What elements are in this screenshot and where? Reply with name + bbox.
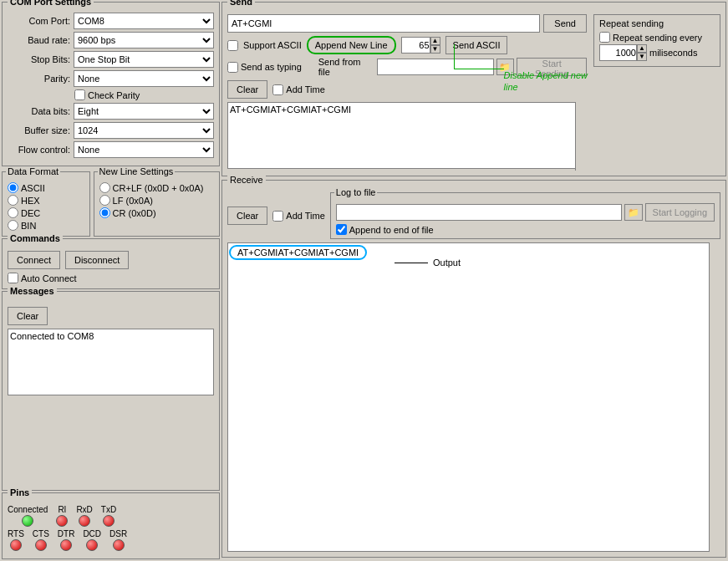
data-bits-label: Data bits: [8, 106, 70, 116]
pin-rts: RTS [8, 529, 24, 551]
pin-connected: Connected [8, 505, 48, 527]
com-port-settings-title: COM Port Settings [8, 0, 94, 7]
support-ascii-label: Support ASCII [243, 40, 302, 50]
send-input[interactable] [227, 14, 540, 33]
data-bits-select[interactable]: Eight [74, 103, 214, 120]
connect-button[interactable]: Connect [8, 251, 60, 269]
cr-label: CR (0x0D) [113, 208, 156, 218]
new-line-title: New Line Settings [98, 166, 176, 176]
pin-ri-led [56, 515, 68, 527]
append-end-checkbox[interactable] [336, 224, 347, 235]
lf-label: LF (0x0A) [113, 196, 153, 206]
pin-dtr: DTR [58, 529, 75, 551]
messages-clear-button[interactable]: Clear [8, 307, 48, 325]
cr-radio[interactable] [99, 207, 110, 218]
crlf-label: CR+LF (0x0D + 0x0A) [113, 183, 204, 193]
repeat-unit-label: miliseconds [649, 48, 697, 58]
receive-title: Receive [227, 175, 266, 185]
size-down-button[interactable]: ▼ [430, 45, 440, 54]
data-format-title: Data Format [6, 166, 60, 176]
pin-dtr-led [60, 539, 72, 551]
pin-cts: CTS [33, 529, 49, 551]
start-sending-button[interactable]: Start Sending [517, 58, 587, 76]
baud-rate-label: Baud rate: [8, 35, 70, 45]
pin-rxd-led [79, 515, 90, 527]
receive-add-time-label: Add Time [286, 211, 324, 221]
log-to-file-box: Log to file 📁 Start Logging Append to en… [330, 192, 720, 239]
repeat-up-button[interactable]: ▲ [637, 44, 647, 53]
receive-clear-button[interactable]: Clear [227, 207, 267, 225]
crlf-radio[interactable] [99, 182, 110, 193]
commands-title: Commands [8, 233, 63, 243]
output-label-area: Output [395, 258, 461, 268]
send-ascii-button[interactable]: Send ASCII [445, 36, 508, 54]
receive-data-textarea[interactable] [227, 242, 720, 552]
file-path-input[interactable] [377, 59, 494, 75]
check-parity-checkbox[interactable] [74, 89, 85, 100]
pin-rxd: RxD [76, 505, 92, 527]
disconnect-button[interactable]: Disconnect [65, 251, 129, 269]
commands-group: Commands Connect Disconnect Auto Connect [2, 238, 220, 289]
baud-rate-select[interactable]: 9600 bps [74, 32, 214, 48]
pins-row1: Connected RI RxD TxD [8, 505, 214, 527]
bin-label: BIN [21, 221, 36, 231]
support-ascii-checkbox[interactable] [227, 40, 238, 51]
start-logging-button[interactable]: Start Logging [645, 203, 715, 222]
flow-control-label: Flow control: [8, 145, 70, 155]
log-browse-button[interactable]: 📁 [624, 204, 643, 221]
send-clear-button[interactable]: Clear [227, 80, 267, 99]
ascii-radio[interactable] [8, 182, 18, 193]
check-parity-label: Check Parity [88, 90, 140, 100]
log-file-input[interactable] [336, 204, 622, 221]
lf-radio[interactable] [99, 195, 110, 206]
append-new-line-button[interactable]: Append New Line [307, 36, 396, 54]
receive-group: Receive Clear Add Time Log to file 📁 [221, 180, 726, 558]
receive-data-container: AT+CGMIAT+CGMIAT+CGMI Output [227, 242, 720, 552]
send-as-typing-checkbox[interactable] [227, 62, 238, 73]
pin-dsr-led [113, 539, 125, 551]
hex-radio[interactable] [8, 195, 18, 206]
auto-connect-label: Auto Connect [21, 273, 77, 283]
buffer-size-select[interactable]: 1024 [74, 122, 214, 139]
repeat-sending-label: Repeat sending every [613, 33, 702, 43]
repeat-down-button[interactable]: ▼ [637, 53, 647, 61]
size-input[interactable] [401, 37, 430, 54]
messages-title: Messages [8, 286, 57, 296]
send-data-textarea[interactable] [227, 102, 587, 169]
log-to-file-title: Log to file [334, 187, 378, 197]
messages-textarea[interactable] [8, 329, 214, 395]
repeat-sending-checkbox[interactable] [599, 32, 610, 43]
com-port-settings-group: COM Port Settings Com Port: COM8 Baud ra… [2, 2, 220, 166]
send-scrollbar[interactable] [575, 102, 587, 171]
output-label: Output [433, 258, 461, 268]
com-port-select[interactable]: COM8 [74, 13, 214, 29]
auto-connect-checkbox[interactable] [8, 273, 18, 283]
repeat-value-input[interactable] [599, 44, 637, 61]
buffer-size-label: Buffer size: [8, 125, 70, 135]
repeat-value-wrap: ▲ ▼ [599, 44, 647, 61]
browse-file-button[interactable]: 📁 [496, 59, 515, 75]
parity-label: Parity: [8, 74, 70, 84]
size-up-button[interactable]: ▲ [430, 37, 440, 45]
pin-cts-led [35, 539, 47, 551]
data-format-group: Data Format ASCII HEX DEC BIN [2, 171, 90, 237]
send-button[interactable]: Send [543, 14, 587, 33]
stop-bits-select[interactable]: One Stop Bit [74, 51, 214, 68]
bin-radio[interactable] [8, 220, 18, 231]
dec-radio[interactable] [8, 207, 18, 218]
parity-select[interactable]: None [74, 70, 214, 87]
append-end-label: Append to end of file [349, 225, 434, 235]
send-add-time-checkbox[interactable] [272, 84, 283, 95]
com-port-label: Com Port: [8, 16, 70, 26]
stop-bits-label: Stop Bits: [8, 54, 70, 64]
receive-add-time-checkbox[interactable] [272, 211, 283, 222]
repeat-sending-title: Repeat sending [599, 18, 715, 28]
pin-rts-led [10, 539, 22, 551]
pin-dsr: DSR [109, 529, 127, 551]
receive-scrollbar[interactable] [709, 242, 720, 552]
flow-control-select[interactable]: None [74, 141, 214, 158]
pin-txd-led [103, 515, 115, 527]
send-title: Send [227, 0, 255, 7]
log-folder-icon: 📁 [628, 207, 639, 218]
new-line-settings-group: New Line Settings CR+LF (0x0D + 0x0A) LF… [94, 171, 220, 237]
